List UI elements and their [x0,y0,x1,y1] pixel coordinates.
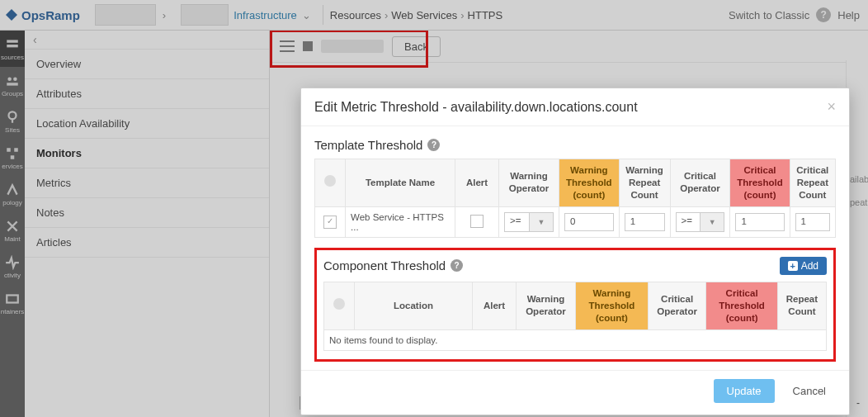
row-checkbox[interactable] [323,216,337,229]
info-icon[interactable] [333,298,345,310]
add-button[interactable]: +Add [780,257,827,275]
modal-title: Edit Metric Threshold - availability.dow… [314,100,638,115]
crit-repeat-input[interactable]: 1 [795,213,830,231]
crit-threshold-input[interactable]: 1 [735,213,784,231]
warn-threshold-input[interactable]: 0 [564,213,614,231]
close-icon[interactable]: × [827,98,836,116]
edit-threshold-modal: Edit Metric Threshold - availability.dow… [300,88,850,415]
warn-op-select[interactable]: >=▼ [504,212,554,232]
chevron-down-icon: ▼ [529,213,554,231]
template-name-cell: Web Service - HTTPS ... [346,206,455,237]
info-icon[interactable] [324,175,336,187]
component-threshold-table: Location Alert Warning Operator Warning … [323,282,827,351]
update-button[interactable]: Update [714,379,775,403]
component-threshold-section: Component Threshold? +Add Location Alert… [314,248,836,362]
template-threshold-table: Template Name Alert Warning Operator War… [314,159,836,238]
warn-repeat-input[interactable]: 1 [625,213,665,231]
help-icon[interactable]: ? [451,259,463,272]
empty-message: No items found to display. [324,329,827,350]
alert-checkbox[interactable] [470,215,484,228]
plus-icon: + [788,261,798,271]
help-icon[interactable]: ? [427,139,440,151]
template-threshold-title: Template Threshold? [314,138,836,152]
chevron-down-icon: ▼ [700,213,724,231]
crit-op-select[interactable]: >=▼ [676,212,725,232]
table-row: Web Service - HTTPS ... >=▼ 0 1 >=▼ 1 1 [315,206,836,237]
cancel-button[interactable]: Cancel [783,379,836,403]
